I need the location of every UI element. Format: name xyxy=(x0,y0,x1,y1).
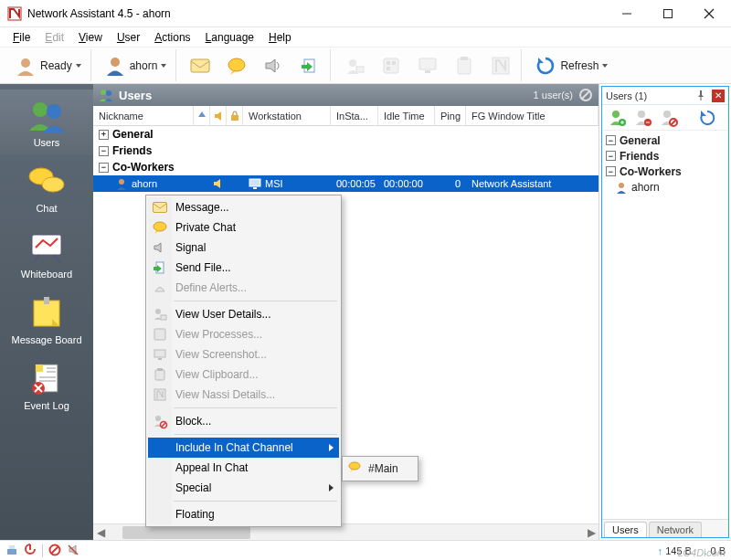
send-file-icon xyxy=(299,55,321,77)
col-insta[interactable]: InSta... xyxy=(331,106,378,125)
cm-private-chat[interactable]: Private Chat xyxy=(148,217,339,238)
window-close-button[interactable] xyxy=(688,0,729,27)
menu-language[interactable]: Language xyxy=(200,29,260,46)
nav-users[interactable]: Users xyxy=(0,90,93,155)
svg-rect-28 xyxy=(34,301,59,326)
side-user-ahorn[interactable]: ahorn xyxy=(602,179,728,195)
svg-rect-63 xyxy=(157,368,163,371)
cm-block[interactable]: Block... xyxy=(148,411,339,431)
side-tree[interactable]: −General −Friends −Co-Workers ahorn xyxy=(602,131,728,519)
cm-view-user-details[interactable]: View User Details... xyxy=(148,304,339,324)
side-add-user-button[interactable] xyxy=(608,108,628,128)
cm-floating[interactable]: Floating xyxy=(148,504,339,524)
expand-plus-icon[interactable]: + xyxy=(99,130,109,140)
col-nickname[interactable]: Nickname xyxy=(93,106,194,125)
cm-define-alerts: Define Alerts... xyxy=(148,278,339,298)
svg-point-68 xyxy=(349,462,360,470)
tb-nassi-button[interactable] xyxy=(484,52,517,79)
user-row-ahorn[interactable]: ahorn MSI 00:00:05 00:00:00 0 Network As… xyxy=(93,175,599,192)
group-general[interactable]: + General xyxy=(93,126,599,143)
cm-view-nassi: View Nassi Details... xyxy=(148,385,339,405)
svg-rect-64 xyxy=(154,389,165,400)
svg-point-10 xyxy=(349,59,356,67)
svg-rect-19 xyxy=(461,57,468,60)
sb-icon-3[interactable] xyxy=(48,544,61,558)
tb-signal-button[interactable] xyxy=(257,52,290,79)
cm-special[interactable]: Special xyxy=(148,478,339,498)
svg-rect-2 xyxy=(663,9,672,17)
collapse-minus-icon[interactable]: − xyxy=(606,151,616,161)
col-signal-icon[interactable] xyxy=(210,106,227,125)
sb-icon-4[interactable] xyxy=(67,544,79,558)
sb-icon-1[interactable] xyxy=(5,544,18,558)
side-refresh-button[interactable] xyxy=(697,108,717,128)
side-group-coworkers[interactable]: −Co-Workers xyxy=(602,164,728,179)
user-dropdown[interactable]: ahorn xyxy=(99,52,173,79)
tb-send-file-button[interactable] xyxy=(293,52,326,79)
alert-icon xyxy=(153,280,167,295)
side-block-user-button[interactable] xyxy=(659,108,679,128)
menu-user[interactable]: User xyxy=(111,29,145,46)
cm-include-channel[interactable]: Include In Chat Channel xyxy=(148,438,339,458)
tb-processes-button[interactable] xyxy=(375,52,408,79)
side-remove-user-button[interactable] xyxy=(633,108,653,128)
scroll-thumb[interactable] xyxy=(122,526,250,539)
menu-view[interactable]: View xyxy=(73,29,108,46)
submenu-main[interactable]: #Main xyxy=(344,459,416,479)
menu-bar: File Edit View User Actions Language Hel… xyxy=(0,27,731,48)
cm-label: Send File... xyxy=(175,261,231,274)
col-fg[interactable]: FG Window Title xyxy=(466,106,599,125)
cm-label: Appeal In Chat xyxy=(175,461,248,474)
collapse-minus-icon[interactable]: − xyxy=(99,163,109,173)
cm-send-file[interactable]: Send File... xyxy=(148,258,339,278)
side-group-friends[interactable]: −Friends xyxy=(602,148,728,164)
col-workstation[interactable]: Workstation xyxy=(243,106,331,125)
monitor-icon xyxy=(153,347,167,362)
pin-icon[interactable] xyxy=(695,90,708,102)
scroll-right-icon[interactable]: ▶ xyxy=(584,525,599,540)
col-lock-icon[interactable] xyxy=(227,106,243,125)
tb-refresh-button[interactable]: Refresh xyxy=(529,52,613,79)
submenu-arrow-icon xyxy=(329,444,334,451)
chat-bubbles-icon xyxy=(26,164,67,199)
nav-whiteboard[interactable]: Whiteboard xyxy=(0,221,93,287)
cm-appeal[interactable]: Appeal In Chat xyxy=(148,458,339,478)
side-group-general[interactable]: −General xyxy=(602,132,728,148)
group-friends[interactable]: − Friends xyxy=(93,143,599,159)
tb-clipboard-button[interactable] xyxy=(448,52,481,79)
menu-help[interactable]: Help xyxy=(263,29,297,46)
group-coworkers[interactable]: − Co-Workers xyxy=(93,159,599,175)
status-label: Ready xyxy=(40,59,72,72)
sb-icon-2[interactable] xyxy=(24,544,37,558)
window-maximize-button[interactable] xyxy=(647,0,688,27)
nav-chat-label: Chat xyxy=(36,203,57,214)
scroll-left-icon[interactable]: ◀ xyxy=(93,525,108,540)
tb-private-chat-button[interactable] xyxy=(220,52,253,79)
tab-network[interactable]: Network xyxy=(649,522,702,537)
cm-signal[interactable]: Signal xyxy=(148,238,339,258)
nav-chat[interactable]: Chat xyxy=(0,155,93,221)
col-sort-icon[interactable] xyxy=(194,106,210,125)
side-panel-close-button[interactable]: ✕ xyxy=(712,90,725,102)
window-minimize-button[interactable] xyxy=(606,0,647,27)
process-icon xyxy=(380,55,402,77)
status-dropdown[interactable]: Ready xyxy=(9,52,87,79)
nav-message-board[interactable]: Message Board xyxy=(0,287,93,353)
collapse-minus-icon[interactable]: − xyxy=(606,166,616,176)
menu-file[interactable]: File xyxy=(7,29,36,46)
svg-rect-40 xyxy=(249,179,260,186)
tb-user-details-button[interactable] xyxy=(338,52,371,79)
nav-event-log[interactable]: Event Log xyxy=(0,353,93,418)
cm-message[interactable]: Message... xyxy=(148,197,339,217)
tab-users[interactable]: Users xyxy=(604,522,647,537)
tb-message-button[interactable] xyxy=(184,52,217,79)
blocked-icon[interactable] xyxy=(578,88,593,102)
col-idle[interactable]: Idle Time xyxy=(378,106,435,125)
tb-screenshot-button[interactable] xyxy=(411,52,444,79)
collapse-minus-icon[interactable]: − xyxy=(99,146,109,156)
col-ping[interactable]: Ping xyxy=(435,106,466,125)
cm-label: Message... xyxy=(175,201,229,214)
menu-edit[interactable]: Edit xyxy=(39,29,69,46)
collapse-minus-icon[interactable]: − xyxy=(606,135,616,145)
menu-actions[interactable]: Actions xyxy=(149,29,196,46)
